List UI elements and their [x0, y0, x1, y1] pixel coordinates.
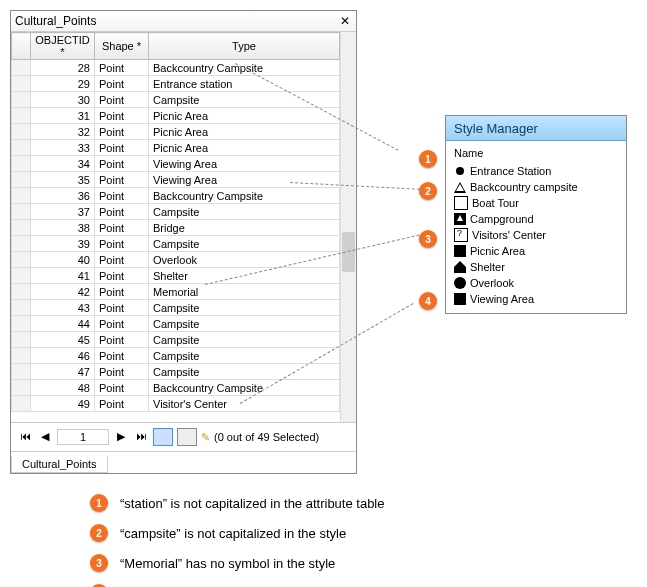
table-row[interactable]: 49PointVisitor's Center	[12, 396, 340, 412]
show-all-toggle[interactable]	[153, 428, 173, 446]
table-row[interactable]: 37PointCampsite	[12, 204, 340, 220]
cell-type[interactable]: Campsite	[149, 316, 340, 332]
cell-objectid[interactable]: 37	[31, 204, 95, 220]
style-item[interactable]: Boat Tour	[454, 195, 618, 211]
cell-objectid[interactable]: 45	[31, 332, 95, 348]
cell-shape[interactable]: Point	[95, 252, 149, 268]
cell-objectid[interactable]: 31	[31, 108, 95, 124]
cell-shape[interactable]: Point	[95, 204, 149, 220]
cell-shape[interactable]: Point	[95, 92, 149, 108]
nav-prev-button[interactable]: ◀	[37, 429, 53, 445]
table-row[interactable]: 31PointPicnic Area	[12, 108, 340, 124]
row-selector[interactable]	[12, 76, 31, 92]
cell-objectid[interactable]: 43	[31, 300, 95, 316]
row-selector[interactable]	[12, 380, 31, 396]
table-row[interactable]: 34PointViewing Area	[12, 156, 340, 172]
cell-type[interactable]: Campsite	[149, 236, 340, 252]
close-icon[interactable]: ✕	[338, 14, 352, 28]
cell-shape[interactable]: Point	[95, 380, 149, 396]
style-item[interactable]: Visitors' Center	[454, 227, 618, 243]
table-row[interactable]: 32PointPicnic Area	[12, 124, 340, 140]
cell-objectid[interactable]: 41	[31, 268, 95, 284]
cell-shape[interactable]: Point	[95, 268, 149, 284]
cell-objectid[interactable]: 40	[31, 252, 95, 268]
cell-type[interactable]: Campsite	[149, 332, 340, 348]
cell-objectid[interactable]: 36	[31, 188, 95, 204]
cell-objectid[interactable]: 29	[31, 76, 95, 92]
style-item[interactable]: Backcountry campsite	[454, 179, 618, 195]
style-item[interactable]: Overlook	[454, 275, 618, 291]
row-selector[interactable]	[12, 236, 31, 252]
table-row[interactable]: 38PointBridge	[12, 220, 340, 236]
table-row[interactable]: 48PointBackcountry Campsite	[12, 380, 340, 396]
cell-objectid[interactable]: 34	[31, 156, 95, 172]
cell-type[interactable]: Memorial	[149, 284, 340, 300]
table-tab[interactable]: Cultural_Points	[11, 456, 108, 473]
cell-objectid[interactable]: 30	[31, 92, 95, 108]
cell-shape[interactable]: Point	[95, 172, 149, 188]
cell-type[interactable]: Campsite	[149, 364, 340, 380]
table-row[interactable]: 45PointCampsite	[12, 332, 340, 348]
table-row[interactable]: 39PointCampsite	[12, 236, 340, 252]
attribute-table-titlebar[interactable]: Cultural_Points ✕	[11, 11, 356, 32]
row-selector[interactable]	[12, 300, 31, 316]
row-selector[interactable]	[12, 124, 31, 140]
table-row[interactable]: 35PointViewing Area	[12, 172, 340, 188]
row-selector[interactable]	[12, 348, 31, 364]
row-selector[interactable]	[12, 396, 31, 412]
table-row[interactable]: 28PointBackcountry Campsite	[12, 60, 340, 76]
cell-type[interactable]: Visitor's Center	[149, 396, 340, 412]
cell-objectid[interactable]: 42	[31, 284, 95, 300]
row-selector[interactable]	[12, 156, 31, 172]
row-selector[interactable]	[12, 140, 31, 156]
row-selector[interactable]	[12, 188, 31, 204]
table-row[interactable]: 47PointCampsite	[12, 364, 340, 380]
style-item[interactable]: Picnic Area	[454, 243, 618, 259]
cell-objectid[interactable]: 47	[31, 364, 95, 380]
cell-objectid[interactable]: 39	[31, 236, 95, 252]
row-selector[interactable]	[12, 172, 31, 188]
cell-objectid[interactable]: 35	[31, 172, 95, 188]
cell-shape[interactable]: Point	[95, 156, 149, 172]
cell-objectid[interactable]: 49	[31, 396, 95, 412]
col-objectid[interactable]: OBJECTID *	[31, 33, 95, 60]
table-row[interactable]: 33PointPicnic Area	[12, 140, 340, 156]
style-item[interactable]: Viewing Area	[454, 291, 618, 307]
row-selector[interactable]	[12, 268, 31, 284]
cell-shape[interactable]: Point	[95, 140, 149, 156]
cell-shape[interactable]: Point	[95, 60, 149, 76]
row-selector[interactable]	[12, 92, 31, 108]
nav-last-button[interactable]: ⏭	[133, 429, 149, 445]
cell-objectid[interactable]: 33	[31, 140, 95, 156]
row-selector[interactable]	[12, 252, 31, 268]
cell-type[interactable]: Viewing Area	[149, 172, 340, 188]
cell-shape[interactable]: Point	[95, 220, 149, 236]
row-selector[interactable]	[12, 316, 31, 332]
cell-shape[interactable]: Point	[95, 364, 149, 380]
row-selector[interactable]	[12, 204, 31, 220]
row-selector[interactable]	[12, 220, 31, 236]
table-row[interactable]: 46PointCampsite	[12, 348, 340, 364]
table-row[interactable]: 43PointCampsite	[12, 300, 340, 316]
cell-shape[interactable]: Point	[95, 188, 149, 204]
cell-shape[interactable]: Point	[95, 108, 149, 124]
table-row[interactable]: 29PointEntrance station	[12, 76, 340, 92]
style-item[interactable]: Shelter	[454, 259, 618, 275]
style-item[interactable]: Entrance Station	[454, 163, 618, 179]
cell-objectid[interactable]: 48	[31, 380, 95, 396]
nav-first-button[interactable]: ⏮	[17, 429, 33, 445]
cell-type[interactable]: Entrance station	[149, 76, 340, 92]
style-manager-titlebar[interactable]: Style Manager	[446, 116, 626, 141]
cell-type[interactable]: Viewing Area	[149, 156, 340, 172]
cell-shape[interactable]: Point	[95, 300, 149, 316]
style-item[interactable]: Campground	[454, 211, 618, 227]
cell-type[interactable]: Backcountry Campsite	[149, 188, 340, 204]
cell-shape[interactable]: Point	[95, 316, 149, 332]
cell-objectid[interactable]: 28	[31, 60, 95, 76]
cell-shape[interactable]: Point	[95, 348, 149, 364]
cell-type[interactable]: Picnic Area	[149, 108, 340, 124]
cell-objectid[interactable]: 46	[31, 348, 95, 364]
row-selector[interactable]	[12, 332, 31, 348]
cell-objectid[interactable]: 38	[31, 220, 95, 236]
row-selector[interactable]	[12, 364, 31, 380]
